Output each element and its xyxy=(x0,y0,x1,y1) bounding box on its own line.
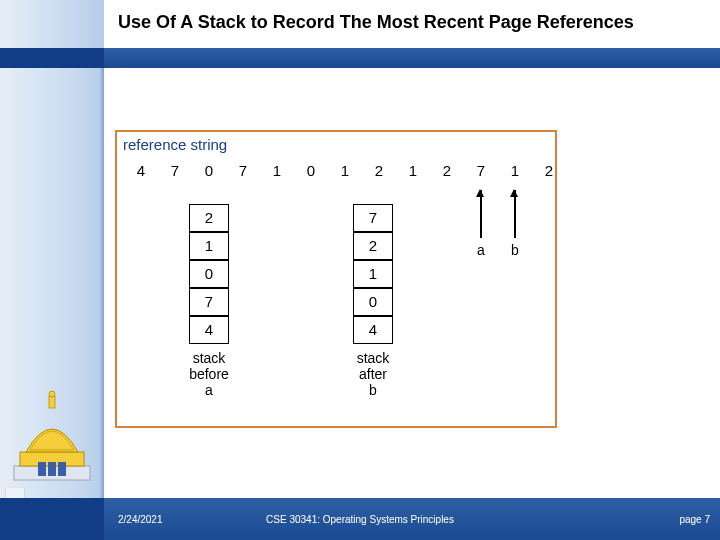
university-dome-icon xyxy=(8,388,96,488)
ref-item: 2 xyxy=(539,162,559,179)
stack-cell: 4 xyxy=(353,316,393,344)
stack-cell: 4 xyxy=(189,316,229,344)
stack-cell: 0 xyxy=(189,260,229,288)
header-blue-bar-left xyxy=(0,48,104,68)
left-sidebar-edge xyxy=(100,68,104,498)
footer-course: CSE 30341: Operating Systems Principles xyxy=(0,514,720,525)
stack-after-caption: stack after b xyxy=(333,350,413,398)
ref-item: 2 xyxy=(437,162,457,179)
ref-item: 1 xyxy=(267,162,287,179)
stack-cell: 2 xyxy=(189,204,229,232)
ref-item: 2 xyxy=(369,162,389,179)
arrow-a xyxy=(480,190,482,238)
arrow-b xyxy=(514,190,516,238)
footer-page-number: page 7 xyxy=(679,514,710,525)
header-blue-bar xyxy=(0,48,720,68)
ref-item: 7 xyxy=(233,162,253,179)
ref-item: 1 xyxy=(505,162,525,179)
reference-string-row: 4 7 0 7 1 0 1 2 1 2 7 1 2 xyxy=(117,162,557,186)
stack-before-caption: stack before a xyxy=(169,350,249,398)
stack-cell: 1 xyxy=(353,260,393,288)
ref-item: 7 xyxy=(165,162,185,179)
svg-rect-2 xyxy=(38,462,46,476)
caption-line: before xyxy=(169,366,249,382)
slide-header: Use Of A Stack to Record The Most Recent… xyxy=(0,0,720,68)
caption-line: after xyxy=(333,366,413,382)
svg-rect-3 xyxy=(58,462,66,476)
page-title: Use Of A Stack to Record The Most Recent… xyxy=(118,12,634,33)
ref-item: 4 xyxy=(131,162,151,179)
diagram-container: reference string 4 7 0 7 1 0 1 2 1 2 7 1… xyxy=(115,130,557,428)
stack-cell: 7 xyxy=(189,288,229,316)
svg-point-6 xyxy=(49,391,55,397)
header-left-gradient xyxy=(0,0,104,48)
svg-rect-4 xyxy=(48,462,56,476)
stack-cell: 1 xyxy=(189,232,229,260)
stack-cell: 7 xyxy=(353,204,393,232)
caption-line: a xyxy=(169,382,249,398)
svg-rect-5 xyxy=(49,396,55,408)
ref-item: 0 xyxy=(301,162,321,179)
stack-cell: 2 xyxy=(353,232,393,260)
stack-after: 7 2 1 0 4 xyxy=(353,204,393,344)
stack-cell: 0 xyxy=(353,288,393,316)
arrow-a-label: a xyxy=(471,242,491,258)
ref-item: 1 xyxy=(335,162,355,179)
caption-line: stack xyxy=(169,350,249,366)
stack-before: 2 1 0 7 4 xyxy=(189,204,229,344)
ref-item: 0 xyxy=(199,162,219,179)
caption-line: b xyxy=(333,382,413,398)
caption-line: stack xyxy=(333,350,413,366)
arrow-b-label: b xyxy=(505,242,525,258)
ref-item: 7 xyxy=(471,162,491,179)
reference-string-label: reference string xyxy=(123,136,227,153)
ref-item: 1 xyxy=(403,162,423,179)
